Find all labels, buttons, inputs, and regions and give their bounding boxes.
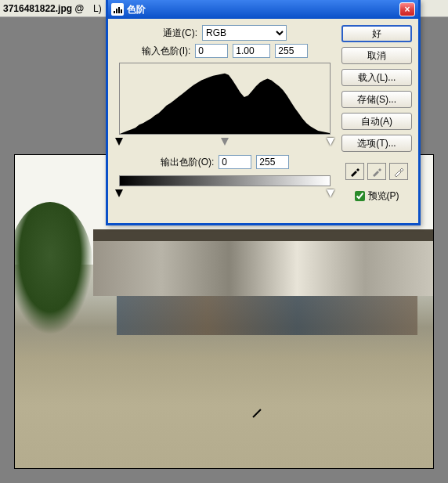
svg-rect-0 xyxy=(114,11,115,13)
ok-button[interactable]: 好 xyxy=(341,25,412,42)
input-levels-label: 输入色阶(I): xyxy=(142,45,191,58)
output-white-slider[interactable] xyxy=(327,189,334,197)
eyedropper-cursor-icon xyxy=(250,406,266,421)
output-black-slider[interactable] xyxy=(115,189,123,197)
document-title: 3716481822.jpg @ xyxy=(3,3,84,14)
output-slider-rail[interactable] xyxy=(119,189,331,199)
levels-dialog: 色阶 × 通道(C): RGB 输入色阶(I): xyxy=(106,0,421,225)
svg-marker-4 xyxy=(120,74,330,134)
save-button[interactable]: 存储(S)... xyxy=(341,91,412,108)
input-mid-field[interactable] xyxy=(233,44,270,58)
output-white-field[interactable] xyxy=(256,155,289,169)
options-button[interactable]: 选项(T)... xyxy=(341,135,412,152)
input-slider-rail[interactable] xyxy=(119,138,331,147)
dialog-title: 色阶 xyxy=(127,3,399,16)
svg-rect-3 xyxy=(121,9,122,13)
channel-select[interactable]: RGB xyxy=(202,25,287,41)
preview-checkbox-row[interactable]: 预览(P) xyxy=(341,189,412,203)
svg-rect-1 xyxy=(116,9,117,13)
close-icon: × xyxy=(404,4,410,15)
output-levels-label: 输出色阶(O): xyxy=(161,156,215,169)
output-gradient xyxy=(119,175,331,186)
output-black-field[interactable] xyxy=(219,155,251,169)
eyedropper-black-button[interactable] xyxy=(345,163,364,180)
load-button[interactable]: 载入(L)... xyxy=(341,69,412,86)
input-black-field[interactable] xyxy=(195,44,228,58)
histogram-display xyxy=(119,63,331,135)
levels-icon xyxy=(111,3,124,16)
cancel-button[interactable]: 取消 xyxy=(341,47,412,64)
input-white-slider[interactable] xyxy=(327,138,334,146)
eyedropper-gray-button[interactable] xyxy=(367,163,386,180)
eyedropper-black-icon xyxy=(349,166,360,177)
input-black-slider[interactable] xyxy=(115,138,123,146)
menu-l[interactable]: L) xyxy=(93,3,102,14)
eyedropper-gray-icon xyxy=(371,166,382,177)
eyedropper-white-icon xyxy=(393,166,404,177)
preview-checkbox[interactable] xyxy=(355,191,365,201)
svg-rect-2 xyxy=(118,7,120,13)
eyedropper-white-button[interactable] xyxy=(389,163,408,180)
input-white-field[interactable] xyxy=(275,44,308,58)
preview-label: 预览(P) xyxy=(368,189,399,203)
auto-button[interactable]: 自动(A) xyxy=(341,113,412,130)
close-button[interactable]: × xyxy=(399,2,415,16)
channel-label: 通道(C): xyxy=(163,27,197,40)
dialog-titlebar[interactable]: 色阶 × xyxy=(108,0,418,19)
input-mid-slider[interactable] xyxy=(221,138,229,146)
